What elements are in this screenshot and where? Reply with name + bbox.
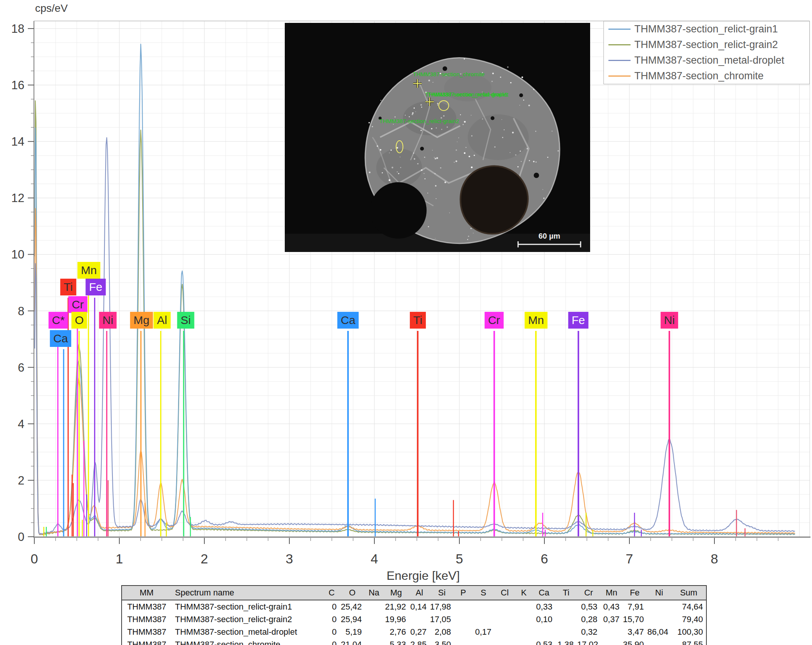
table-cell <box>515 638 533 645</box>
element-label-Cr[interactable]: Cr <box>485 312 504 329</box>
element-label-O[interactable]: O <box>71 312 87 329</box>
speck <box>507 66 509 68</box>
element-label-Mg[interactable]: Mg <box>130 312 153 329</box>
speck <box>468 236 469 237</box>
table-cell <box>647 613 671 626</box>
speck <box>395 116 396 117</box>
table-cell: 0 <box>324 600 340 613</box>
element-label-Mn[interactable]: Mn <box>525 312 547 329</box>
y-tick-label: 6 <box>18 361 24 374</box>
table-cell: THMM387-section_chromite <box>171 638 324 645</box>
speck <box>440 167 441 168</box>
table-header-si: Si <box>430 586 454 600</box>
table-cell: 0,32 <box>577 626 600 638</box>
element-label-Ti[interactable]: Ti <box>410 312 426 329</box>
chart-legend: THMM387-section_relict-grain1THMM387-sec… <box>603 21 810 84</box>
table-cell <box>494 600 515 613</box>
element-label-Mn[interactable]: Mn <box>77 262 100 279</box>
annotation-relict-grain1: THMM387-section_relict-grain1 <box>428 91 507 98</box>
table-cell: 25,94 <box>340 613 365 626</box>
speck <box>425 178 426 180</box>
element-label-Ti[interactable]: Ti <box>60 279 76 295</box>
speck <box>456 149 457 151</box>
table-cell: 5,19 <box>340 626 365 638</box>
speck <box>421 169 422 171</box>
speck <box>465 147 467 148</box>
table-row: THMM387THMM387-section_relict-grain1025,… <box>122 600 706 613</box>
speck <box>500 77 501 78</box>
element-label-Si[interactable]: Si <box>177 312 194 329</box>
element-label-Ni[interactable]: Ni <box>99 312 117 329</box>
table-cell: 17,02 <box>577 638 600 645</box>
element-label-Ni[interactable]: Ni <box>661 312 678 329</box>
table-cell: 15,70 <box>623 613 647 626</box>
speck <box>523 99 524 101</box>
speck <box>449 212 450 213</box>
x-tick-label: 7 <box>626 551 633 566</box>
element-label-Fe[interactable]: Fe <box>85 279 106 295</box>
x-tick-label: 6 <box>541 551 548 566</box>
element-label-Ca[interactable]: Ca <box>337 312 359 329</box>
speck <box>382 172 383 173</box>
speck <box>491 81 493 82</box>
table-cell <box>600 638 623 645</box>
speck <box>372 126 373 127</box>
legend-label: THMM387-section_chromite <box>634 70 764 82</box>
speck <box>436 127 436 128</box>
element-label-Cr[interactable]: Cr <box>68 296 87 313</box>
table-cell: 2,76 <box>383 626 409 638</box>
element-label-Ca[interactable]: Ca <box>50 330 71 347</box>
table-cell: 5,33 <box>383 638 409 645</box>
speck <box>521 161 522 162</box>
speck <box>412 114 413 115</box>
eds-spectrum-window: 012345678024681012141618 cps/eV Energie … <box>0 0 812 645</box>
table-cell <box>555 613 577 626</box>
pore <box>519 93 523 97</box>
table-cell: 17,05 <box>430 613 454 626</box>
table-cell: THMM387-section_relict-grain1 <box>171 600 324 613</box>
element-label-Fe[interactable]: Fe <box>568 312 588 329</box>
speck <box>436 198 436 199</box>
speck <box>469 156 470 157</box>
speck <box>397 172 398 172</box>
speck <box>517 166 518 167</box>
table-cell: 100,30 <box>671 626 706 638</box>
table-cell: 0,53 <box>533 638 555 645</box>
element-label-Al[interactable]: Al <box>154 312 171 329</box>
legend-entry-3[interactable]: THMM387-section_metal-droplet <box>604 53 809 68</box>
table-cell <box>472 638 494 645</box>
speck <box>542 189 543 190</box>
speck <box>377 145 378 146</box>
table-cell: 0 <box>324 626 340 638</box>
legend-entry-1[interactable]: THMM387-section_relict-grain1 <box>604 21 809 37</box>
speck <box>412 112 414 114</box>
speck <box>417 163 418 164</box>
speck <box>552 131 552 132</box>
speck <box>389 152 390 153</box>
element-label-C[interactable]: C* <box>48 312 68 329</box>
table-cell <box>515 600 533 613</box>
table-cell <box>472 600 494 613</box>
table-cell: 87,55 <box>671 638 706 645</box>
table-cell <box>365 613 383 626</box>
speck <box>424 157 425 158</box>
speck <box>390 149 392 151</box>
speck <box>533 89 534 90</box>
table-cell <box>533 626 555 638</box>
table-cell <box>600 626 623 638</box>
table-cell: 0,28 <box>577 613 600 626</box>
legend-entry-2[interactable]: THMM387-section_relict-grain2 <box>604 37 809 53</box>
table-cell: 21,92 <box>383 600 409 613</box>
legend-entry-4[interactable]: THMM387-section_chromite <box>604 68 809 84</box>
table-cell: 21,04 <box>340 638 365 645</box>
speck <box>504 129 505 130</box>
x-tick-label: 5 <box>456 551 463 566</box>
table-row: THMM387THMM387-section_relict-grain2025,… <box>122 613 706 626</box>
table-header-cr: Cr <box>577 586 600 600</box>
speck <box>447 127 448 128</box>
table-cell: THMM387 <box>122 626 171 638</box>
speck <box>369 122 370 124</box>
y-tick-label: 16 <box>11 79 24 92</box>
speck <box>454 162 455 163</box>
speck <box>420 130 422 131</box>
